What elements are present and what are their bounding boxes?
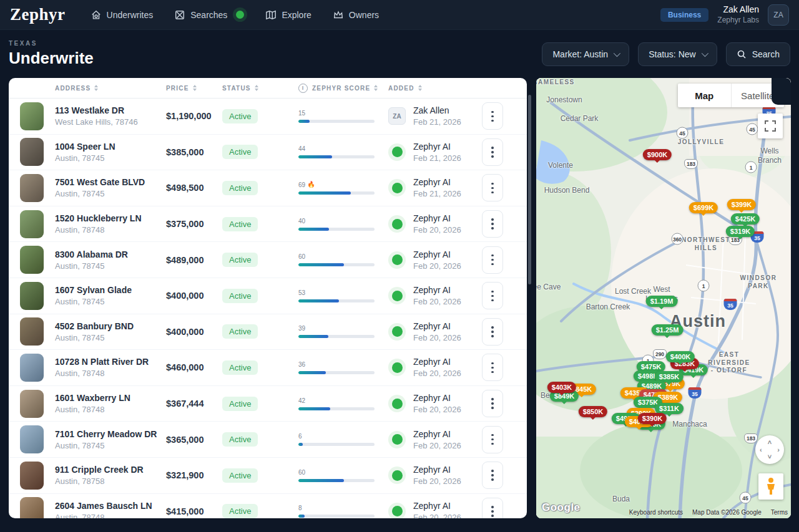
row-menu-button[interactable] (482, 390, 503, 417)
property-price: $400,000 (166, 327, 222, 337)
table-row[interactable]: 1601 Waxberry LN Austin, 78748 $367,444 … (9, 386, 527, 422)
green-dot-icon (392, 362, 403, 373)
page-head: TEXAS Underwrite Market: Austin Status: … (0, 30, 799, 78)
property-address: 1004 Speer LN (55, 142, 166, 152)
nav-item-searches[interactable]: Searches (174, 9, 244, 21)
green-dot-icon (392, 434, 403, 445)
status-badge: Active (222, 468, 258, 483)
row-menu-button[interactable] (482, 354, 503, 381)
sort-icon (374, 85, 378, 91)
price-marker[interactable]: $1.19M (646, 296, 678, 307)
property-locality: Austin, 78745 (55, 333, 166, 342)
keyboard-shortcuts-link[interactable]: Keyboard shortcuts (629, 509, 683, 516)
fire-icon: 🔥 (307, 181, 315, 188)
table-row[interactable]: 10728 N Platt River DR Austin, 78748 $46… (9, 350, 527, 386)
title-block: TEXAS Underwrite (9, 40, 94, 68)
searches-icon (174, 9, 185, 21)
fullscreen-button[interactable] (758, 114, 783, 138)
price-marker[interactable]: $1.25M (652, 324, 684, 336)
zephyr-score-value: 60 (298, 469, 305, 476)
zephyr-score-bar (298, 299, 375, 302)
user-avatar[interactable]: ZA (768, 4, 789, 26)
added-by-avatar (388, 467, 406, 484)
table-scrollbar[interactable] (528, 95, 531, 284)
added-date: Feb 21, 2026 (413, 117, 461, 127)
nav-item-owners[interactable]: Owners (333, 9, 379, 21)
price-marker[interactable]: $403K (547, 382, 576, 393)
row-menu-button[interactable] (482, 210, 503, 238)
table-row[interactable]: 1004 Speer LN Austin, 78745 $385,000 Act… (9, 135, 527, 171)
map[interactable]: NAMELESSJonestownCedar ParkJOLLYVILLEWel… (536, 78, 791, 518)
property-photo (20, 317, 44, 346)
property-locality: Austin, 78745 (55, 441, 166, 450)
green-dot-icon (392, 291, 403, 301)
price-marker[interactable]: $319K (726, 226, 755, 237)
zephyr-score-bar (298, 120, 375, 123)
search-button[interactable]: Search (726, 42, 790, 66)
pan-control[interactable]: ˄ ˅ ‹ › (755, 435, 784, 464)
nav-item-label: Explore (282, 10, 311, 20)
price-marker[interactable]: $390K (638, 413, 667, 424)
crown-icon (333, 9, 344, 21)
row-menu-button[interactable] (482, 498, 503, 518)
added-by-avatar (388, 143, 406, 161)
market-filter-label: Market: Austin (552, 49, 608, 59)
table-row[interactable]: 7501 West Gate BLVD Austin, 78745 $498,5… (9, 170, 527, 206)
price-marker[interactable]: $399K (727, 199, 756, 210)
pan-left-icon[interactable]: ‹ (760, 447, 762, 453)
route-shield-45: 45 (747, 123, 758, 135)
street-view-pegman[interactable] (758, 473, 783, 500)
table-row[interactable]: 1520 Huckleberry LN Austin, 78748 $375,0… (9, 206, 527, 243)
price-marker[interactable]: $900K (643, 149, 672, 160)
region-eyebrow: TEXAS (9, 40, 94, 47)
row-menu-button[interactable] (482, 174, 503, 201)
row-menu-button[interactable] (482, 246, 503, 274)
row-menu-button[interactable] (482, 138, 503, 166)
price-marker[interactable]: $425K (731, 213, 760, 225)
property-locality: Austin, 78748 (55, 513, 166, 518)
property-photo (20, 246, 44, 274)
row-menu-button[interactable] (482, 282, 503, 309)
table-row[interactable]: 4502 Banbury BND Austin, 78745 $400,000 … (9, 314, 527, 351)
nav-item-underwrites[interactable]: Underwrites (91, 9, 154, 21)
green-dot-icon (392, 470, 403, 481)
row-menu-button[interactable] (482, 426, 503, 453)
green-dot-icon (392, 326, 403, 337)
row-menu-button[interactable] (482, 318, 503, 346)
property-address: 1520 Huckleberry LN (55, 213, 166, 223)
property-price: $385,000 (166, 147, 222, 157)
status-filter-button[interactable]: Status: New (638, 42, 717, 66)
nav-item-explore[interactable]: Explore (265, 9, 311, 21)
added-by-name: Zephyr AI (413, 429, 461, 439)
pan-down-icon[interactable]: ˅ (768, 453, 772, 460)
brand-logo[interactable]: Zephyr (10, 5, 66, 24)
column-header-zephyr-score[interactable]: iZephyr Score (298, 84, 388, 93)
row-menu-button[interactable] (482, 102, 503, 130)
price-marker[interactable]: $850K (579, 406, 607, 417)
column-header-status[interactable]: Status (222, 85, 298, 92)
column-header-address[interactable]: Address (55, 85, 166, 92)
property-photo (20, 425, 44, 453)
table-row[interactable]: 7101 Cherry Meadow DR Austin, 78745 $365… (9, 422, 527, 458)
table-row[interactable]: 911 Cripple Creek DR Austin, 78758 $321,… (9, 458, 527, 494)
table-row[interactable]: 113 Westlake DR West Lake Hills, 78746 $… (9, 99, 527, 135)
market-filter-button[interactable]: Market: Austin (542, 42, 629, 66)
table-row[interactable]: 2604 James Bausch LN Austin, 78748 $415,… (9, 494, 527, 518)
table-row[interactable]: 8300 Alabama DR Austin, 78745 $489,000 A… (9, 242, 527, 278)
price-marker[interactable]: $400K (666, 351, 695, 362)
plan-badge: Business (660, 8, 708, 22)
user-org: Zephyr Labs (717, 16, 759, 25)
map-type-map-button[interactable]: Map (678, 84, 731, 107)
terms-link[interactable]: Terms (771, 509, 788, 516)
table-row[interactable]: 1607 Sylvan Glade Austin, 78745 $400,000… (9, 278, 527, 314)
property-photo (20, 462, 44, 490)
green-dot-icon (392, 183, 403, 193)
map-icon (265, 9, 277, 21)
column-header-added[interactable]: Added (388, 85, 482, 92)
column-header-price[interactable]: Price (166, 85, 222, 92)
zephyr-score-value: 36 (298, 361, 305, 368)
pan-right-icon[interactable]: › (777, 447, 780, 453)
price-marker[interactable]: $699K (689, 202, 718, 213)
pan-up-icon[interactable]: ˄ (768, 439, 772, 446)
row-menu-button[interactable] (482, 462, 503, 489)
